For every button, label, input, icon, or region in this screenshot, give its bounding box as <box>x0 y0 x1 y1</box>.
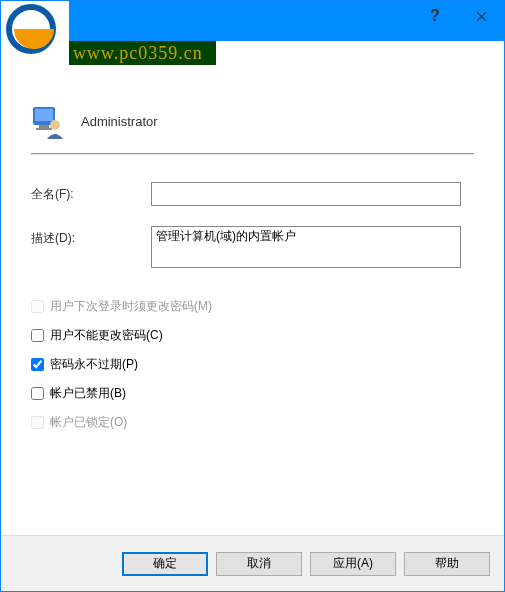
svg-point-4 <box>50 120 60 130</box>
password-never-expires-row[interactable]: 密码永不过期(P) <box>31 356 474 373</box>
account-header: Administrator <box>31 103 474 139</box>
password-never-expires-label: 密码永不过期(P) <box>50 356 138 373</box>
account-disabled-checkbox[interactable] <box>31 387 44 400</box>
help-icon[interactable]: ? <box>412 1 458 31</box>
divider-line <box>31 153 474 154</box>
account-disabled-row[interactable]: 帐户已禁用(B) <box>31 385 474 402</box>
description-label: 描述(D): <box>31 226 151 247</box>
properties-dialog: www.pc0359.cn ? Administrator <box>0 0 505 592</box>
user-icon <box>31 103 65 139</box>
account-locked-row: 帐户已锁定(O) <box>31 414 474 431</box>
svg-rect-2 <box>39 125 49 128</box>
fullname-row: 全名(F): <box>31 182 474 206</box>
svg-rect-3 <box>36 128 52 130</box>
must-change-password-checkbox <box>31 300 44 313</box>
account-locked-label: 帐户已锁定(O) <box>50 414 127 431</box>
description-row: 描述(D): 管理计算机(域)的内置帐户 <box>31 226 474 268</box>
help-button[interactable]: 帮助 <box>404 552 490 576</box>
must-change-password-label: 用户下次登录时须更改密码(M) <box>50 298 212 315</box>
titlebar-strip <box>69 1 216 41</box>
logo-overlay <box>1 1 69 65</box>
watermark-text: www.pc0359.cn <box>69 41 216 65</box>
titlebar: www.pc0359.cn ? <box>1 1 504 41</box>
cannot-change-password-row[interactable]: 用户不能更改密码(C) <box>31 327 474 344</box>
cannot-change-password-checkbox[interactable] <box>31 329 44 342</box>
account-disabled-label: 帐户已禁用(B) <box>50 385 126 402</box>
cancel-button[interactable]: 取消 <box>216 552 302 576</box>
checkbox-group: 用户下次登录时须更改密码(M) 用户不能更改密码(C) 密码永不过期(P) 帐户… <box>31 298 474 431</box>
close-icon[interactable] <box>458 1 504 31</box>
account-locked-checkbox <box>31 416 44 429</box>
apply-button[interactable]: 应用(A) <box>310 552 396 576</box>
fullname-input[interactable] <box>151 182 461 206</box>
cannot-change-password-label: 用户不能更改密码(C) <box>50 327 163 344</box>
password-never-expires-checkbox[interactable] <box>31 358 44 371</box>
button-bar: 确定 取消 应用(A) 帮助 <box>1 535 504 591</box>
svg-rect-1 <box>35 109 53 121</box>
must-change-password-row: 用户下次登录时须更改密码(M) <box>31 298 474 315</box>
ok-button[interactable]: 确定 <box>122 552 208 576</box>
fullname-label: 全名(F): <box>31 182 151 203</box>
account-name: Administrator <box>81 114 158 129</box>
description-input[interactable]: 管理计算机(域)的内置帐户 <box>151 226 461 268</box>
dialog-content: Administrator 全名(F): 描述(D): 管理计算机(域)的内置帐… <box>1 71 504 535</box>
